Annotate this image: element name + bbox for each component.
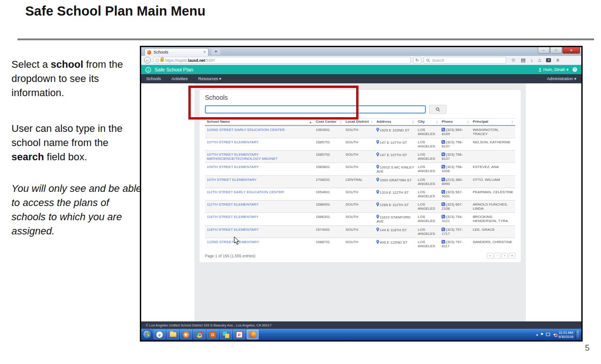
school-link[interactable]: 118TH STREET ELEMENTARY — [207, 228, 259, 232]
clock[interactable]: 11:21 AM 9/30/2016 — [558, 331, 573, 339]
address-bar[interactable]: i https://ssptst.lausd.net/SSP/ — [153, 57, 411, 64]
show-desktop-button[interactable] — [576, 331, 579, 339]
cell-address[interactable]: 144 E 118TH ST — [375, 226, 416, 238]
cell-city: LOS ANGELES — [416, 151, 440, 163]
cell-address[interactable]: 1265 E 112TH ST — [375, 201, 416, 213]
window-close-button[interactable]: × — [562, 47, 580, 54]
cell-address[interactable]: 147 E 107TH ST — [375, 138, 416, 151]
cell-phone[interactable]: (323) 567-9631 — [440, 188, 471, 201]
action-center-flag-icon[interactable]: ⚑ — [540, 333, 544, 337]
slide-page-number: 5 — [585, 343, 590, 353]
first-page-button[interactable]: « — [487, 253, 493, 259]
next-page-button[interactable]: › — [502, 253, 508, 259]
cell-phone[interactable]: (213) 380-8990 — [440, 176, 471, 188]
nav-item-activities[interactable]: Activities — [171, 76, 188, 81]
cell-address[interactable]: 1925 E 102ND ST — [375, 125, 416, 138]
column-header-local-district[interactable]: Local District▲▼ — [344, 119, 375, 126]
school-link[interactable]: 122ND STREET ELEMENTARY — [207, 240, 259, 244]
chrome-icon[interactable] — [193, 330, 205, 339]
cell-address[interactable]: 11610 STANFORD AVE — [375, 213, 416, 226]
school-link[interactable]: 112TH STREET ELEMENTARY — [207, 202, 259, 206]
new-tab-button[interactable]: + — [211, 49, 221, 55]
column-label: Local District — [346, 120, 369, 124]
sticky-notes-icon[interactable] — [220, 330, 232, 339]
cell-address[interactable]: 1000 GRATTAN ST — [375, 176, 416, 188]
firefox-icon[interactable] — [247, 330, 259, 339]
phone-icon — [441, 215, 445, 218]
nav-item-administration[interactable]: Administration ▾ — [547, 76, 576, 81]
school-link[interactable]: 112TH STREET EARLY EDUCATION CENTER — [207, 190, 284, 194]
cell-address[interactable]: 10915 S MC KINLEY AVE — [375, 163, 416, 176]
file-explorer-icon[interactable] — [167, 330, 179, 339]
search-placeholder: Search — [432, 58, 444, 63]
site-footer: © Los Angeles Unified School District 33… — [141, 321, 581, 329]
column-header-cost-center[interactable]: Cost Center▲▼ — [314, 119, 344, 126]
back-button[interactable]: ← — [144, 57, 151, 64]
school-search-input[interactable] — [205, 105, 426, 114]
url-text: https://ssptst.lausd.net/SSP/ — [165, 58, 215, 63]
cell-address[interactable]: 1319 E 112TH ST — [375, 188, 416, 201]
text: Select a — [11, 59, 51, 70]
column-label: Phone — [441, 120, 452, 124]
media-player-icon[interactable]: ▶ — [180, 330, 192, 339]
school-link[interactable]: 116TH STREET ELEMENTARY — [207, 215, 259, 219]
school-link[interactable]: 107TH STREET ELEMENTARY MATH/SCIENCE/TEC… — [207, 152, 277, 161]
nav-item-schools[interactable]: Schools — [146, 76, 161, 81]
sort-both-icon: ▲▼ — [340, 120, 342, 124]
help-icon[interactable]: ? — [573, 67, 577, 72]
column-label: Address — [376, 120, 391, 124]
menu-icon[interactable]: ≡ — [556, 58, 559, 63]
column-header-address[interactable]: Address▲▼ — [375, 119, 416, 126]
school-link[interactable]: 107TH STREET ELEMENTARY — [207, 140, 259, 144]
map-pin-icon — [376, 128, 379, 132]
tab-close-icon[interactable]: × — [203, 50, 206, 54]
url-scheme: https://ssptst. — [165, 58, 188, 63]
column-header-city[interactable]: City▲▼ — [416, 119, 440, 126]
internet-explorer-icon[interactable]: e — [154, 330, 165, 339]
reload-button[interactable]: ↻ — [413, 57, 421, 64]
cell-phone[interactable]: (323) 757-8117 — [440, 238, 471, 250]
column-header-principal[interactable]: Principal▲▼ — [471, 119, 515, 126]
prev-page-button[interactable]: ‹ — [494, 253, 501, 259]
school-link[interactable]: 102ND STREET EARLY EDUCATION CENTER — [207, 128, 285, 132]
tray-expand-icon[interactable]: ▴ — [536, 333, 538, 337]
cell-phone[interactable]: (323) 757-1717 — [440, 226, 471, 238]
cell-principal: WASHINGTON, TRACEY — [471, 125, 515, 138]
cell-phone[interactable]: (323) 756-8137 — [440, 138, 471, 151]
lock-icon[interactable] — [160, 59, 164, 62]
home-icon[interactable]: ⌂ — [538, 58, 541, 63]
chevron-down-icon: ▾ — [574, 76, 576, 81]
browser-search-box[interactable]: Search — [424, 57, 506, 64]
cell-address[interactable]: 405 E 122ND ST — [375, 238, 416, 250]
downloads-icon[interactable]: ↓ — [530, 58, 533, 63]
phone-icon — [441, 152, 445, 156]
cell-phone[interactable]: (323) 754-3121 — [440, 213, 471, 226]
outlook-icon[interactable]: O — [207, 330, 219, 339]
bold-text: search — [11, 151, 44, 163]
cell-phone[interactable]: (323) 756-9206 — [440, 163, 471, 176]
school-link[interactable]: 10TH STREET ELEMENTARY — [207, 178, 257, 182]
page-info-icon[interactable]: i — [155, 59, 159, 62]
cell-phone[interactable]: (323) 569-8159 — [440, 125, 471, 138]
cell-school-name: 112TH STREET ELEMENTARY — [205, 201, 314, 213]
column-header-phone[interactable]: Phone▲▼ — [440, 119, 471, 126]
search-button[interactable] — [429, 105, 447, 114]
powerpoint-icon[interactable]: P — [233, 330, 245, 339]
window-maximize-button[interactable]: □ — [550, 47, 562, 54]
cell-phone[interactable]: (323) 756-8137 — [440, 151, 471, 163]
network-display-icon[interactable] — [546, 333, 550, 336]
cell-phone[interactable]: (323) 567-2108 — [440, 201, 471, 213]
nav-item-resources[interactable]: Resources ▾ — [198, 76, 221, 81]
school-link[interactable]: 109TH STREET ELEMENTARY — [207, 165, 259, 169]
start-button[interactable] — [143, 330, 152, 339]
cell-address[interactable]: 147 E 107TH ST — [375, 151, 416, 163]
pocket-icon[interactable]: ∨ — [546, 58, 551, 62]
column-header-school-name[interactable]: School Name▲ — [205, 119, 314, 126]
user-menu[interactable]: Hum, Dinah ▾ — [538, 67, 568, 72]
last-page-button[interactable]: » — [509, 253, 515, 259]
volume-icon[interactable]: ◄ — [552, 333, 556, 337]
bookmark-star-icon[interactable]: ☆ — [511, 58, 516, 63]
bookmarks-menu-icon[interactable]: ▤ — [521, 58, 525, 63]
window-minimize-button[interactable]: – — [538, 47, 550, 54]
browser-tab[interactable]: Schools × — [144, 48, 209, 56]
